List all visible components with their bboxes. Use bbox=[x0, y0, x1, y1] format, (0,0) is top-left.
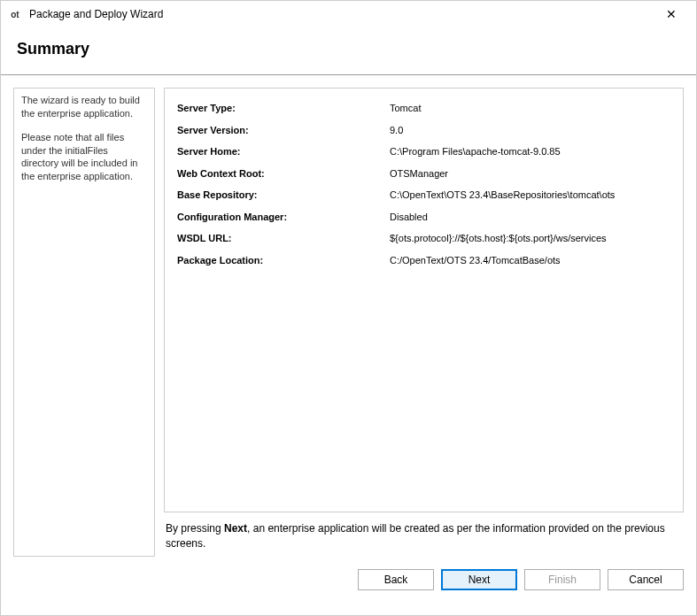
summary-box: Server Type:TomcatServer Version:9.0Serv… bbox=[164, 88, 684, 512]
button-bar: Back Next Finish Cancel bbox=[1, 557, 696, 603]
summary-label: Server Home: bbox=[177, 144, 390, 159]
back-button[interactable]: Back bbox=[358, 569, 434, 590]
close-icon[interactable]: ✕ bbox=[654, 2, 689, 27]
summary-label: Web Context Root: bbox=[177, 166, 390, 181]
titlebar: ot Package and Deploy Wizard ✕ bbox=[1, 1, 696, 27]
summary-row: Server Version:9.0 bbox=[177, 119, 670, 142]
summary-value: OTSManager bbox=[390, 166, 670, 181]
summary-row: Web Context Root:OTSManager bbox=[177, 163, 670, 185]
content-area: The wizard is ready to build the enterpr… bbox=[1, 75, 696, 557]
summary-label: WSDL URL: bbox=[177, 231, 390, 246]
summary-row: WSDL URL:${ots.protocol}://${ots.host}:$… bbox=[177, 227, 670, 250]
summary-label: Configuration Manager: bbox=[177, 210, 390, 225]
summary-value: C:/OpenText/OTS 23.4/TomcatBase/ots bbox=[390, 253, 670, 268]
summary-row: Base Repository:C:\OpenText\OTS 23.4\Bas… bbox=[177, 184, 670, 206]
next-button[interactable]: Next bbox=[441, 569, 517, 590]
page-title: Summary bbox=[17, 40, 680, 58]
summary-value: Disabled bbox=[390, 210, 670, 225]
instruction-note: By pressing Next, an enterprise applicat… bbox=[164, 512, 684, 557]
summary-value: C:\Program Files\apache-tomcat-9.0.85 bbox=[390, 144, 670, 159]
cancel-button[interactable]: Cancel bbox=[608, 569, 684, 590]
summary-row: Server Home:C:\Program Files\apache-tomc… bbox=[177, 141, 670, 163]
main-panel: Server Type:TomcatServer Version:9.0Serv… bbox=[164, 88, 684, 557]
summary-value: 9.0 bbox=[390, 123, 670, 138]
finish-button: Finish bbox=[524, 569, 600, 590]
summary-value: ${ots.protocol}://${ots.host}:${ots.port… bbox=[390, 231, 670, 246]
summary-label: Package Location: bbox=[177, 253, 390, 268]
wizard-header: Summary bbox=[1, 27, 696, 75]
summary-row: Configuration Manager:Disabled bbox=[177, 206, 670, 228]
app-icon: ot bbox=[8, 7, 22, 21]
note-prefix: By pressing bbox=[166, 522, 224, 535]
summary-value: Tomcat bbox=[390, 101, 670, 116]
note-bold: Next bbox=[224, 522, 247, 535]
sidebar-description: The wizard is ready to build the enterpr… bbox=[13, 88, 155, 557]
sidebar-text-2: Please note that all files under the ini… bbox=[21, 131, 147, 183]
summary-value: C:\OpenText\OTS 23.4\BaseRepositories\to… bbox=[390, 188, 670, 203]
summary-label: Server Version: bbox=[177, 123, 390, 138]
sidebar-text-1: The wizard is ready to build the enterpr… bbox=[21, 94, 147, 120]
summary-row: Server Type:Tomcat bbox=[177, 97, 670, 119]
summary-label: Server Type: bbox=[177, 101, 390, 116]
window-title: Package and Deploy Wizard bbox=[29, 8, 654, 20]
summary-label: Base Repository: bbox=[177, 188, 390, 203]
summary-row: Package Location:C:/OpenText/OTS 23.4/To… bbox=[177, 250, 670, 272]
